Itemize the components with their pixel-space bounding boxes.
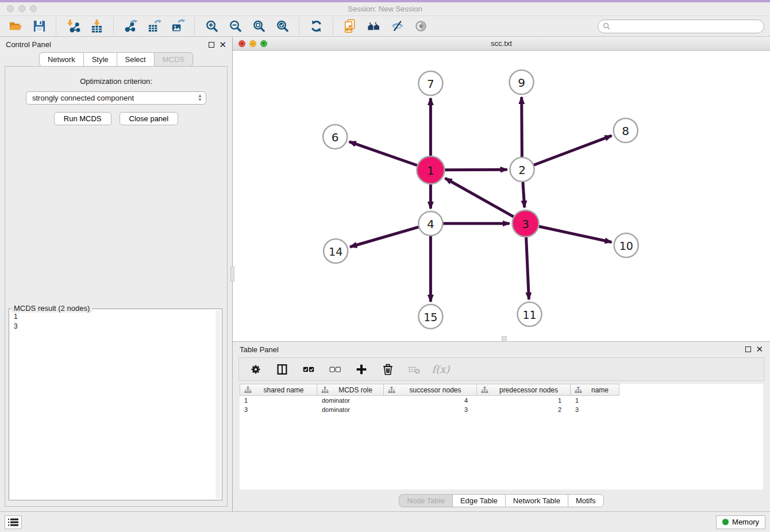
graph-edge-4-14[interactable] <box>350 226 420 246</box>
add-column-icon[interactable] <box>354 362 369 377</box>
close-panel-button[interactable]: Close panel <box>120 112 179 125</box>
table-cell: 3 <box>240 405 317 414</box>
graph-edge-3-11[interactable] <box>526 236 529 299</box>
float-table-panel-icon[interactable] <box>745 346 751 352</box>
select-all-icon[interactable] <box>301 362 316 377</box>
graph-edge-2-9[interactable] <box>522 97 522 159</box>
titlebar-accent-stripe <box>0 0 770 2</box>
tab-motifs[interactable]: Motifs <box>568 494 604 507</box>
tab-edge-table[interactable]: Edge Table <box>452 494 506 507</box>
hierarchy-icon <box>481 387 488 394</box>
table-panel-title: Table Panel <box>240 345 279 354</box>
graph-edge-1-2[interactable] <box>443 169 507 170</box>
network-graph[interactable]: 7968124314101511 <box>233 51 770 341</box>
column-header-predecessor-nodes[interactable]: predecessor nodes <box>477 384 571 396</box>
task-history-icon[interactable] <box>5 515 22 529</box>
export-table-icon[interactable] <box>144 18 164 35</box>
panel-splitter-handle[interactable] <box>230 267 234 282</box>
tab-network-table[interactable]: Network Table <box>505 494 568 507</box>
optimization-criterion-select[interactable]: strongly connected component ▲▼ <box>26 91 206 105</box>
control-panel: Control Panel ✕ NetworkStyleSelectMCDS O… <box>0 37 233 511</box>
network-minimize-icon[interactable]: − <box>249 40 256 47</box>
column-header-name[interactable]: name <box>571 384 619 396</box>
table-cell: 4 <box>384 396 477 405</box>
column-header-shared-name[interactable]: shared name <box>240 384 317 396</box>
tab-select[interactable]: Select <box>117 52 155 67</box>
graph-node-label: 11 <box>522 309 536 321</box>
combo-chevrons-icon: ▲▼ <box>198 94 202 102</box>
status-bar: Memory <box>0 511 770 532</box>
mcds-result-box[interactable]: MCDS result (2 nodes) 13 <box>9 309 222 500</box>
search-input[interactable] <box>613 22 759 30</box>
tab-node-table[interactable]: Node Table <box>399 494 453 507</box>
save-floppy-icon[interactable] <box>29 18 49 35</box>
table-panel: Table Panel ✕ <box>233 342 770 511</box>
close-table-panel-icon[interactable]: ✕ <box>756 346 763 352</box>
table-cell: 1 <box>477 396 571 405</box>
control-panel-tabs: NetworkStyleSelectMCDS <box>0 52 232 67</box>
table-toolbar: f(x) <box>238 357 764 381</box>
import-table-icon[interactable] <box>87 18 106 35</box>
graph-edge-2-8[interactable] <box>532 136 611 165</box>
mcds-result-title: MCDS result (2 nodes) <box>11 304 92 313</box>
control-panel-header: Control Panel ✕ <box>0 37 232 52</box>
function-builder-icon[interactable]: f(x) <box>433 362 448 377</box>
import-network-icon[interactable] <box>63 18 83 35</box>
column-header-mcds-role[interactable]: MCDS role <box>317 384 384 396</box>
graph-edge-3-1[interactable] <box>445 178 515 217</box>
table-cell: 3 <box>571 405 619 414</box>
delete-table-icon[interactable] <box>407 362 422 377</box>
float-panel-icon[interactable] <box>209 42 214 48</box>
main-area: Control Panel ✕ NetworkStyleSelectMCDS O… <box>0 37 770 511</box>
window-title: Session: New Session <box>0 5 770 13</box>
show-hidden-icon[interactable] <box>411 18 430 35</box>
network-maximize-icon[interactable]: + <box>260 40 267 47</box>
network-canvas[interactable]: 7968124314101511 <box>233 51 770 341</box>
export-network-icon[interactable] <box>121 18 140 35</box>
graph-edge-1-6[interactable] <box>349 142 419 166</box>
canvas-splitter-handle[interactable] <box>502 336 507 341</box>
deselect-all-icon[interactable] <box>328 362 342 377</box>
memory-button[interactable]: Memory <box>716 515 765 529</box>
graph-edge-3-10[interactable] <box>537 226 611 242</box>
result-scrollbar[interactable] <box>215 310 221 499</box>
network-window-titlebar: × − + scc.txt <box>233 37 770 51</box>
optimization-criterion-value: strongly connected component <box>32 94 134 102</box>
close-panel-icon[interactable]: ✕ <box>219 42 226 48</box>
table-row[interactable]: 1dominator411 <box>240 396 763 405</box>
node-table: shared nameMCDS rolesuccessor nodesprede… <box>240 384 763 489</box>
new-network-from-selection-icon[interactable] <box>340 18 360 35</box>
network-close-icon[interactable]: × <box>238 40 245 47</box>
tab-style[interactable]: Style <box>83 52 117 67</box>
columns-icon[interactable] <box>275 362 290 377</box>
table-cell: dominator <box>317 396 384 405</box>
graph-edge-2-3[interactable] <box>523 180 525 207</box>
run-mcds-button[interactable]: Run MCDS <box>54 112 111 125</box>
graph-node-label: 7 <box>427 77 434 91</box>
open-folder-icon[interactable] <box>6 18 25 35</box>
graph-node-label: 4 <box>427 217 434 231</box>
main-toolbar <box>0 16 770 37</box>
refresh-icon[interactable] <box>306 18 326 35</box>
export-image-icon[interactable] <box>168 18 187 35</box>
toolbar-separator <box>194 18 195 35</box>
graph-node-label: 10 <box>619 240 633 252</box>
toolbar-separator <box>333 18 333 35</box>
zoom-out-icon[interactable] <box>225 18 245 35</box>
tab-network[interactable]: Network <box>39 52 84 67</box>
zoom-fit-icon[interactable] <box>249 18 268 35</box>
control-panel-title: Control Panel <box>6 40 51 49</box>
column-header-successor-nodes[interactable]: successor nodes <box>384 384 477 396</box>
graph-node-label: 14 <box>329 245 342 258</box>
hide-selected-icon[interactable] <box>387 18 407 35</box>
tab-mcds[interactable]: MCDS <box>154 52 193 67</box>
zoom-selected-icon[interactable] <box>272 18 292 35</box>
table-row[interactable]: 3dominator323 <box>240 405 763 414</box>
gear-icon[interactable] <box>248 362 263 377</box>
mcds-result-line: 1 <box>14 312 217 322</box>
first-neighbors-icon[interactable] <box>364 18 383 35</box>
search-icon <box>603 22 610 30</box>
delete-column-icon[interactable] <box>380 362 395 377</box>
node-table-header: shared nameMCDS rolesuccessor nodesprede… <box>240 384 763 396</box>
zoom-in-icon[interactable] <box>202 18 221 35</box>
